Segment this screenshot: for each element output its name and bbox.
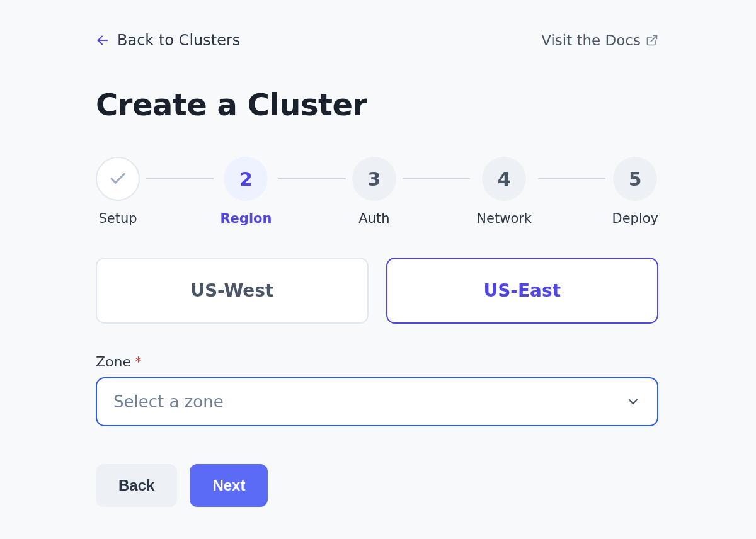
step-network[interactable]: 4 Network [476,157,532,226]
zone-select[interactable]: Select a zone [96,377,658,426]
step-auth-label: Auth [358,211,389,226]
step-setup-circle [96,157,140,201]
step-auth[interactable]: 3 Auth [352,157,396,226]
region-option-label: US-West [190,280,273,301]
back-button[interactable]: Back [96,464,177,507]
zone-label-text: Zone [96,354,131,370]
step-deploy-label: Deploy [612,211,658,226]
zone-field-label: Zone * [96,354,658,370]
step-network-circle: 4 [482,157,526,201]
arrow-left-icon [96,33,110,47]
stepper: Setup 2 Region 3 Auth 4 Network 5 Deploy [96,157,658,226]
chevron-down-icon [626,394,641,409]
svg-line-1 [651,36,656,42]
wizard-actions: Back Next [96,464,658,507]
back-to-clusters-link[interactable]: Back to Clusters [96,31,240,49]
step-region-circle: 2 [224,157,268,201]
step-deploy-circle: 5 [613,157,657,201]
step-deploy[interactable]: 5 Deploy [612,157,658,226]
step-auth-circle: 3 [352,157,396,201]
step-setup-label: Setup [98,211,137,226]
region-option-us-east[interactable]: US-East [386,258,659,324]
step-region[interactable]: 2 Region [220,157,272,226]
back-to-clusters-label: Back to Clusters [117,31,240,49]
step-region-label: Region [220,211,272,226]
external-link-icon [646,34,658,47]
next-button[interactable]: Next [190,464,268,507]
step-connector [278,178,345,179]
region-option-label: US-East [483,280,561,301]
step-connector [403,178,470,179]
required-indicator: * [135,354,142,370]
region-option-us-west[interactable]: US-West [96,258,369,324]
zone-select-placeholder: Select a zone [113,392,224,411]
visit-docs-label: Visit the Docs [541,32,641,48]
page-title: Create a Cluster [96,87,658,122]
checkmark-icon [108,169,127,188]
step-connector [146,178,214,179]
step-setup[interactable]: Setup [96,157,140,226]
region-options: US-West US-East [96,258,658,324]
step-network-label: Network [476,211,532,226]
step-connector [538,178,605,179]
visit-docs-link[interactable]: Visit the Docs [541,32,658,48]
